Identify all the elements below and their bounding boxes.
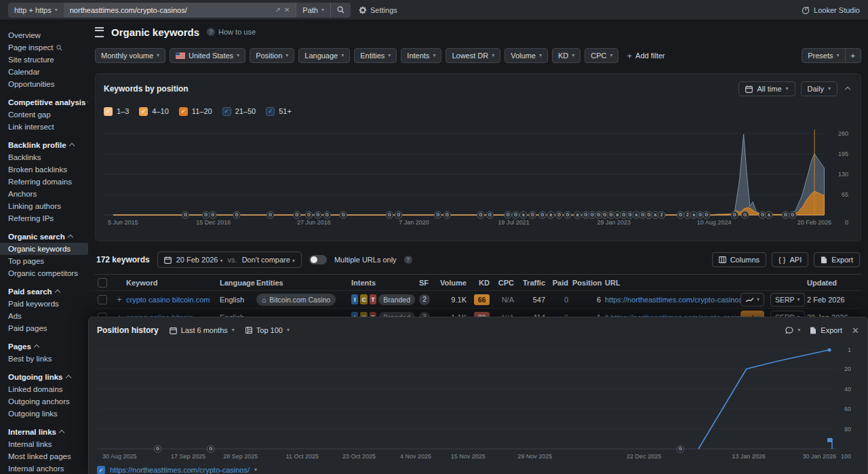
sidebar-item-outgoing-links[interactable]: Outgoing links [8,408,88,420]
google-update-marker[interactable]: G [505,212,511,218]
serp-button[interactable]: SERP▾ [770,293,805,307]
sidebar-section-competitive-analysis[interactable]: Competitive analysis [8,96,88,108]
open-external-icon[interactable]: ↗ [275,6,281,14]
multiple-urls-toggle[interactable] [309,255,327,264]
select-all-checkbox[interactable] [98,278,107,288]
sidebar-item-calendar[interactable]: Calendar [8,66,88,78]
google-update-marker[interactable]: G [340,212,347,218]
sidebar-item-content-gap[interactable]: Content gap [8,108,88,121]
position-history-button[interactable]: ▾ [741,293,764,307]
column-header-keyword[interactable]: Keyword [126,279,220,287]
filter-chip-intents[interactable]: Intents▾ [401,48,441,63]
add-filter-button[interactable]: + Add filter [623,51,669,61]
google-update-marker[interactable]: a [547,212,554,218]
google-update-marker[interactable]: a [574,212,580,218]
google-update-marker[interactable]: G [564,212,571,218]
sidebar-item-opportunities[interactable]: Opportunities [8,78,88,90]
legend-item-1-3[interactable]: ✓1–3 [104,107,129,116]
sidebar-item-organic-competitors[interactable]: Organic competitors [8,267,88,279]
column-header-traffic[interactable]: Traffic [518,279,549,287]
sidebar-item-broken-backlinks[interactable]: Broken backlinks [8,163,88,176]
keyword-link[interactable]: crypto casino bitcoin.com [126,296,210,304]
sidebar-item-internal-anchors[interactable]: Internal anchors [8,462,88,474]
filter-chip-language[interactable]: Language▾ [298,48,350,63]
presets-dropdown[interactable]: Presets▾ [802,48,845,63]
row-checkbox[interactable] [98,295,107,304]
annotations-dropdown[interactable]: ▾ [785,327,800,334]
column-header-updated[interactable]: Updated [807,279,861,287]
google-update-marker[interactable]: G [386,212,393,218]
google-update-marker[interactable]: G [182,212,189,218]
google-update-marker[interactable]: G [703,212,710,218]
google-update-marker[interactable]: 2 [658,212,665,218]
google-update-marker[interactable]: G [208,446,214,452]
looker-studio-button[interactable]: Looker Studio [802,6,860,14]
table-date-dropdown[interactable]: 20 Feb 2026 ▾ [176,256,223,264]
google-update-marker[interactable]: G [677,446,684,452]
date-range-dropdown[interactable]: All time ▾ [738,81,795,96]
filter-chip-position[interactable]: Position▾ [250,48,294,63]
google-update-marker[interactable]: G [486,212,493,218]
google-update-marker[interactable]: G [789,212,796,218]
google-update-marker[interactable]: a [614,212,620,218]
close-icon[interactable]: ✕ [852,325,859,336]
export-button[interactable]: Export [814,252,860,267]
google-update-marker[interactable]: G [435,212,441,218]
google-update-marker[interactable]: 2 [684,212,691,218]
menu-icon[interactable] [95,27,104,37]
filter-chip-united-states[interactable]: United States▾ [170,48,245,63]
top-n-dropdown[interactable]: Top 100 ▾ [245,326,290,334]
google-update-marker[interactable]: G [741,212,748,218]
google-update-marker[interactable]: G [323,212,330,218]
google-update-marker[interactable]: G [443,212,450,218]
sidebar-item-organic-keywords[interactable]: Organic keywords [0,243,88,255]
filter-chip-lowest-dr[interactable]: Lowest DR▾ [446,48,500,63]
google-update-marker[interactable]: G [154,446,161,452]
sidebar-item-paid-pages[interactable]: Paid pages [8,322,88,334]
sidebar-item-outgoing-anchors[interactable]: Outgoing anchors [8,395,88,408]
sidebar-item-backlinks[interactable]: Backlinks [8,151,88,163]
column-header-kd[interactable]: KD [471,279,494,287]
sidebar-section-paid-search[interactable]: Paid search [8,285,88,298]
entity-chip[interactable]: ⌂Bitcoin.com Casino [256,294,336,306]
compare-dropdown[interactable]: Don't compare ▾ [242,256,295,264]
column-header-language[interactable]: Language [220,279,256,287]
sidebar-item-linked-domains[interactable]: Linked domains [8,383,88,395]
url-link[interactable]: https://northeasttimes.com/crypto-casino… [605,296,741,304]
google-update-marker[interactable]: G [512,212,519,218]
legend-item-51[interactable]: ✓51+ [266,107,292,116]
legend-item-11-20[interactable]: ✓11–20 [179,107,212,116]
sidebar-item-referring-domains[interactable]: Referring domains [8,176,88,188]
column-header-url[interactable]: URL [605,279,741,287]
new-preset-button[interactable]: + [845,48,861,63]
target-url-input[interactable] [70,6,272,14]
sidebar-section-backlink-profile[interactable]: Backlink profile [8,139,88,151]
google-update-marker[interactable]: G [305,212,312,218]
legend-item-4-10[interactable]: ✓4–10 [139,107,168,116]
sidebar-section-outgoing-links[interactable]: Outgoing links [8,371,88,383]
search-button[interactable] [331,3,351,18]
sidebar-item-most-linked-pages[interactable]: Most linked pages [8,450,88,462]
filter-chip-entities[interactable]: Entities▾ [354,48,397,63]
chevron-down-icon[interactable]: ▾ [254,467,257,473]
sidebar-section-pages[interactable]: Pages [8,340,88,353]
sidebar-item-referring-ips[interactable]: Referring IPs [8,212,88,224]
google-update-marker[interactable]: G [477,212,484,218]
sidebar-item-best-by-links[interactable]: Best by links [8,353,88,365]
google-update-marker[interactable]: G [555,212,562,218]
granularity-dropdown[interactable]: Daily ▾ [801,81,837,96]
google-update-marker[interactable]: a [766,212,772,218]
google-update-marker[interactable]: G [677,212,684,218]
column-header-entities[interactable]: Entities [256,279,351,287]
history-range-dropdown[interactable]: Last 6 months ▾ [170,326,235,334]
sidebar-section-internal-links[interactable]: Internal links [8,426,88,438]
filter-chip-monthly-volume[interactable]: Monthly volume▾ [95,48,165,63]
legend-item-21-50[interactable]: ✓21–50 [222,107,256,116]
serp-features-badge[interactable]: 2 [419,294,430,305]
sidebar-section-organic-search[interactable]: Organic search [8,231,88,243]
api-button[interactable]: { } API [772,252,808,267]
add-to-list-icon[interactable]: + [113,295,126,304]
columns-button[interactable]: Columns [712,252,766,267]
history-export-button[interactable]: Export [810,326,842,334]
sidebar-item-anchors[interactable]: Anchors [8,188,88,200]
